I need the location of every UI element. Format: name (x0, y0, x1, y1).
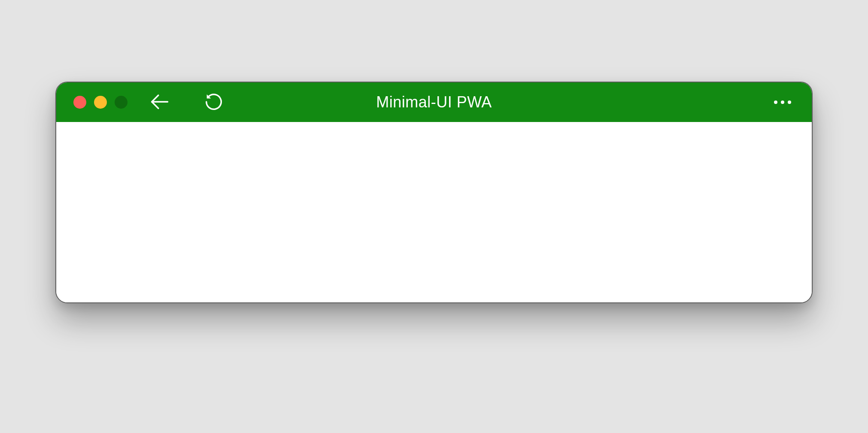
arrow-left-icon (148, 91, 170, 114)
more-horizontal-icon (774, 101, 791, 104)
close-button[interactable] (73, 96, 86, 109)
reload-button[interactable] (204, 92, 224, 113)
minimize-button[interactable] (94, 96, 107, 109)
reload-icon (204, 92, 224, 113)
titlebar: Minimal-UI PWA (56, 82, 812, 122)
maximize-button[interactable] (115, 96, 127, 109)
back-button[interactable] (148, 91, 170, 114)
window-title: Minimal-UI PWA (376, 93, 492, 111)
content-area (56, 122, 812, 302)
app-window: Minimal-UI PWA (55, 82, 813, 303)
more-menu-button[interactable] (774, 101, 791, 104)
window-controls (73, 96, 127, 109)
